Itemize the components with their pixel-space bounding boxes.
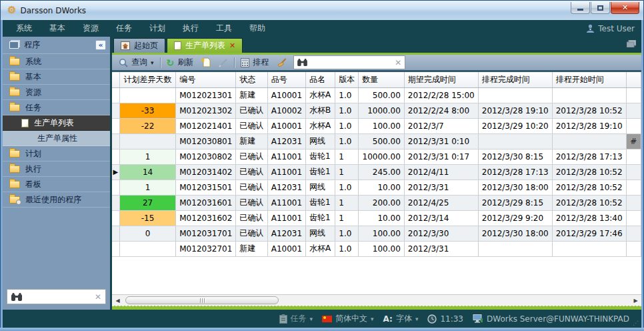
cell-version[interactable]: 1 <box>335 195 359 210</box>
cell-item_name[interactable]: 齿轮1 <box>306 149 335 164</box>
edit-button[interactable] <box>215 57 232 69</box>
current-row-pointer-icon[interactable]: ▶ <box>112 164 119 180</box>
sidebar-item-计划[interactable]: 计划 <box>3 146 110 161</box>
cell-status[interactable]: 已确认 <box>236 149 267 164</box>
cell-sched_finish[interactable] <box>478 133 552 149</box>
cell-extra[interactable] <box>626 180 641 195</box>
cell-sched_start[interactable]: 2012/3/28 10:52 <box>552 180 626 195</box>
title-bar[interactable]: ⚙ Darsson DWorks ✕ <box>1 1 643 20</box>
row-indicator-cell[interactable] <box>112 87 119 103</box>
cell-sched_start[interactable] <box>552 133 626 149</box>
sidebar-item-资源[interactable]: 资源 <box>3 85 110 100</box>
cell-status[interactable]: 新建 <box>236 133 267 149</box>
tab-close-icon[interactable]: ✕ <box>229 41 235 50</box>
query-dropdown-icon[interactable]: ▾ <box>151 59 154 66</box>
cell-expected[interactable]: 2012/3/31 <box>404 241 478 256</box>
cell-qty[interactable]: 100.00 <box>359 226 405 241</box>
table-row-M012031602[interactable]: -15M012031602已确认A11001齿轮1110.002012/3/14… <box>112 210 641 226</box>
cell-item_name[interactable]: 网线 <box>306 133 335 149</box>
cell-diff[interactable]: 0 <box>119 226 175 241</box>
close-button[interactable]: ✕ <box>611 2 639 14</box>
toolbar-search-input[interactable] <box>311 58 395 67</box>
column-header-code[interactable]: 编号 <box>176 72 236 87</box>
sidebar-collapse-button[interactable]: « <box>95 40 106 50</box>
cell-sched_start[interactable] <box>552 87 626 103</box>
cell-status[interactable]: 已确认 <box>236 210 267 226</box>
sidebar-search-input[interactable] <box>25 292 95 302</box>
sidebar-item-执行[interactable]: 执行 <box>3 161 110 177</box>
status-language[interactable]: 简体中文 ▾ <box>322 313 374 324</box>
query-button[interactable]: 查询 ▾ <box>115 55 158 69</box>
sidebar-item-基本[interactable]: 基本 <box>3 69 110 85</box>
table-row-M012031501[interactable]: 1M012031501已确认A12031网线1.010.002012/3/312… <box>112 180 641 195</box>
cell-item_name[interactable]: 水杯B <box>306 103 335 118</box>
cell-qty[interactable]: 10.00 <box>359 180 405 195</box>
cell-sched_finish[interactable]: 2012/3/29 10:20 <box>478 118 552 133</box>
cell-diff[interactable]: -22 <box>119 118 175 133</box>
cell-expected[interactable]: 2012/3/31 0:10 <box>404 133 478 149</box>
sidebar-item-系统[interactable]: 系统 <box>3 54 110 69</box>
cell-sched_finish[interactable]: 2012/3/28 17:13 <box>478 164 552 180</box>
clean-button[interactable] <box>273 57 291 69</box>
cell-item_name[interactable]: 网线 <box>306 180 335 195</box>
table-row-M012030801[interactable]: M012030801新建A12031网线1.0500.002012/3/31 0… <box>112 133 641 149</box>
cell-item_no[interactable]: A11001 <box>267 210 305 226</box>
cell-code[interactable]: M012031501 <box>176 180 236 195</box>
cell-code[interactable]: M012031601 <box>176 195 236 210</box>
cell-version[interactable]: 1.0 <box>335 241 359 256</box>
cell-item_name[interactable]: 水杯A <box>306 241 335 256</box>
cell-extra[interactable] <box>626 164 641 180</box>
menu-item-4[interactable]: 计划 <box>143 21 172 36</box>
row-indicator-cell[interactable] <box>112 195 119 210</box>
menu-item-2[interactable]: 资源 <box>76 21 105 36</box>
cell-extra[interactable] <box>626 118 641 133</box>
cell-item_no[interactable]: A12031 <box>267 226 305 241</box>
tab-home[interactable]: 起始页 <box>113 38 165 53</box>
cell-version[interactable]: 1.0 <box>335 87 359 103</box>
resize-grip[interactable]: ⋰ <box>633 320 639 326</box>
schedule-button[interactable]: 排程 <box>237 55 273 69</box>
row-indicator-cell[interactable] <box>112 149 119 164</box>
cell-diff[interactable] <box>119 133 175 149</box>
column-header-extra[interactable] <box>626 72 641 87</box>
table-row-M012021301[interactable]: M012021301新建A10001水杯A1.0500.002012/2/28 … <box>112 87 641 103</box>
menu-item-0[interactable]: 系统 <box>9 21 39 36</box>
cell-expected[interactable]: 2012/4/11 <box>404 164 478 180</box>
cell-diff[interactable] <box>119 87 175 103</box>
cell-diff[interactable] <box>119 241 175 256</box>
sidebar-item-最近使用的程序[interactable]: 最近使用的程序 <box>3 192 110 208</box>
column-header-diff[interactable]: 计划差异天数 <box>119 72 175 87</box>
scroll-right-icon[interactable]: ▶ <box>630 298 641 304</box>
column-header-indicator[interactable] <box>112 72 119 87</box>
menu-item-5[interactable]: 执行 <box>176 21 205 36</box>
row-indicator-cell[interactable] <box>112 210 119 226</box>
cell-code[interactable]: M012021302 <box>176 103 236 118</box>
sidebar-search-clear-icon[interactable]: ✕ <box>95 292 101 302</box>
language-dropdown-icon[interactable]: ▾ <box>371 316 374 322</box>
cell-code[interactable]: M012030801 <box>176 133 236 149</box>
scroll-left-icon[interactable]: ◀ <box>112 298 123 304</box>
table-row-M012031701[interactable]: 0M012031701已确认A12031网线1.0100.002012/3/30… <box>112 226 641 241</box>
tab-production-order-list[interactable]: 生产单列表 ✕ <box>167 38 243 53</box>
menu-item-7[interactable]: 帮助 <box>243 21 272 36</box>
cell-version[interactable]: 1.0 <box>335 133 359 149</box>
cell-version[interactable]: 1 <box>335 149 359 164</box>
cell-qty[interactable]: 10000.00 <box>359 149 405 164</box>
cell-sched_start[interactable]: 2012/3/28 19:10 <box>552 118 626 133</box>
maximize-button[interactable] <box>591 2 610 14</box>
cell-sched_finish[interactable] <box>478 241 552 256</box>
cell-status[interactable]: 已确认 <box>236 103 267 118</box>
cell-diff[interactable]: 1 <box>119 180 175 195</box>
cell-qty[interactable]: 100.00 <box>359 118 405 133</box>
row-indicator-cell[interactable] <box>112 118 119 133</box>
cell-item_no[interactable]: A10001 <box>267 118 305 133</box>
column-header-item_no[interactable]: 品号 <box>267 72 305 87</box>
cell-status[interactable]: 已确认 <box>236 180 267 195</box>
table-row-M012030802[interactable]: 1M012030802已确认A11001齿轮1110000.002012/3/3… <box>112 149 641 164</box>
cell-item_no[interactable]: A10001 <box>267 241 305 256</box>
cell-qty[interactable]: 500.00 <box>359 87 405 103</box>
cell-item_no[interactable]: A11001 <box>267 149 305 164</box>
cell-item_no[interactable]: A12031 <box>267 133 305 149</box>
cell-extra[interactable] <box>626 87 641 103</box>
cell-sched_finish[interactable]: 2012/3/29 8:15 <box>478 195 552 210</box>
